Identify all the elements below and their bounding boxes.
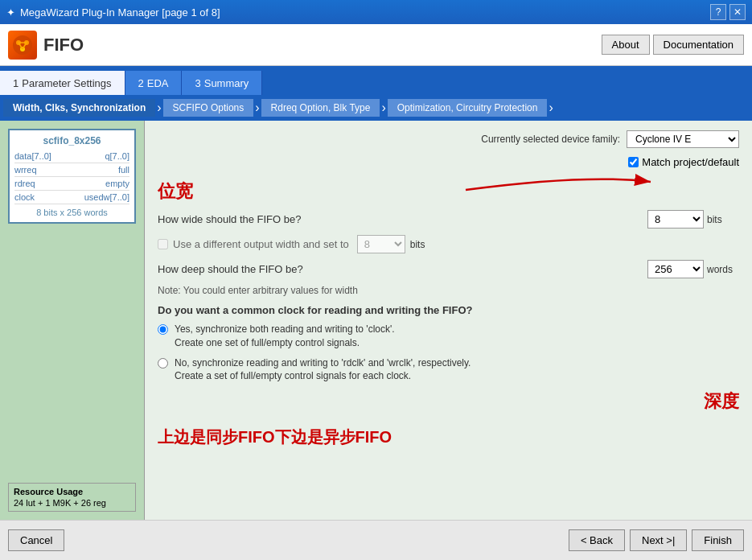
radio-async-line1: No, synchronize reading and writing to '… [175,356,471,370]
svg-point-0 [13,35,32,55]
about-button[interactable]: About [602,35,650,55]
title-bar-left: ✦ MegaWizard Plug-In Manager [page 1 of … [6,6,220,19]
radio-sync-line2: Create one set of full/empty control sig… [175,336,395,350]
schematic-port-data: data[7..0] q[7..0] [14,150,129,163]
header-buttons: About Documentation [602,35,744,55]
schematic-box: scfifo_8x256 data[7..0] q[7..0] wrreq fu… [8,129,136,224]
resource-usage: Resource Usage 24 lut + 1 M9K + 26 reg [8,483,136,512]
depth-controls: 256 512 1024 words [647,260,739,278]
tab-summary-label: Summary [204,77,249,89]
resource-value: 24 lut + 1 M9K + 26 reg [14,498,130,508]
logo-icon [8,31,37,60]
tabs-row: 1 Parameter Settings 2 EDA 3 Summary [0,66,752,95]
port-empty: empty [105,179,129,188]
title-bar-controls: ? ✕ [710,4,746,20]
width-note: Note: You could enter arbitrary values f… [158,285,739,296]
schematic-size: 8 bits x 256 words [14,208,129,217]
width-question: How wide should the FIFO be? [158,213,647,225]
subnav-optim[interactable]: Optimization, Circuitry Protection [388,99,548,117]
output-width-label: Use a different output width and set to [173,238,349,250]
bottom-annotation: 上边是同步FIFO下边是异步FIFO [158,426,739,448]
width-title-cn: 位宽 [158,179,739,204]
port-rdreq: rdreq [14,179,35,188]
schematic-title: scfifo_8x256 [14,135,129,146]
radio-async-line2: Create a set of full/empty control signa… [175,369,471,383]
main-content: scfifo_8x256 data[7..0] q[7..0] wrreq fu… [0,121,752,520]
radio-sync-text: Yes, synchronize both reading and writin… [175,323,395,350]
output-width-select[interactable]: 8 [357,235,405,253]
subnav-scfifo[interactable]: SCFIFO Options [163,99,254,117]
title-bar: ✦ MegaWizard Plug-In Manager [page 1 of … [0,0,752,24]
tab-summary[interactable]: 3 Summary [182,71,262,95]
device-family-select[interactable]: Cyclone IV E [627,130,739,148]
tab-param-num: 1 [13,77,18,89]
help-button[interactable]: ? [710,4,726,20]
width-row: How wide should the FIFO be? 8 16 32 bit… [158,210,739,229]
app-logo: FIFO [8,31,84,60]
resource-title: Resource Usage [14,487,130,496]
depth-question: How deep should the FIFO be? [158,263,647,275]
radio-sync-input[interactable] [158,324,168,335]
app-header: FIFO About Documentation [0,24,752,66]
tab-param[interactable]: 1 Parameter Settings [0,71,125,95]
schematic-port-wrreq: wrreq full [14,163,129,177]
width-select[interactable]: 8 16 32 [647,210,704,229]
cancel-button[interactable]: Cancel [8,529,64,551]
subnav-arrow-4: › [547,101,554,115]
output-width-unit: bits [410,239,442,250]
subnav: Width, Clks, Synchronization › SCFIFO Op… [0,95,752,121]
port-clock: clock [14,192,35,202]
right-panel: Currently selected device family: Cyclon… [145,121,752,520]
tab-eda[interactable]: 2 EDA [125,71,183,95]
tab-eda-num: 2 [138,77,144,89]
finish-button[interactable]: Finish [692,529,744,551]
back-button[interactable]: < Back [569,529,625,551]
depth-title-cn: 深度 [158,389,739,414]
subnav-arrow-1: › [155,101,162,115]
subnav-rdreq[interactable]: Rdreq Option, Blk Type [261,99,380,117]
output-width-row: Use a different output width and set to … [158,235,739,253]
radio-sync: Yes, synchronize both reading and writin… [158,323,739,350]
tab-summary-num: 3 [195,77,200,89]
width-controls: 8 16 32 bits [647,210,739,229]
bottom-bar: Cancel < Back Next >| Finish [0,520,752,560]
next-button[interactable]: Next >| [630,529,687,551]
port-full: full [118,165,129,175]
depth-select[interactable]: 256 512 1024 [647,260,704,278]
output-width-checkbox[interactable] [158,239,168,249]
width-unit: bits [707,214,739,225]
port-wrreq: wrreq [14,165,37,175]
depth-row: How deep should the FIFO be? 256 512 102… [158,260,739,278]
radio-sync-line1: Yes, synchronize both reading and writin… [175,323,395,336]
match-checkbox[interactable] [628,157,639,167]
window-title: MegaWizard Plug-In Manager [page 1 of 8] [20,6,220,19]
left-panel: scfifo_8x256 data[7..0] q[7..0] wrreq fu… [0,121,145,520]
port-usedw: usedw[7..0] [84,192,129,202]
subnav-arrow-3: › [380,101,387,115]
device-family-row: Currently selected device family: Cyclon… [158,130,739,148]
schematic-port-clock: clock usedw[7..0] [14,191,129,204]
port-q-out: q[7..0] [105,151,129,161]
depth-unit: words [707,264,739,275]
tab-eda-label: EDA [147,77,169,89]
subnav-arrow-2: › [253,101,261,115]
device-family-label: Currently selected device family: [481,134,620,145]
tab-param-label: Parameter Settings [22,77,111,89]
schematic-port-rdreq: rdreq empty [14,177,129,191]
app-name: FIFO [43,35,84,56]
radio-async-input[interactable] [158,358,168,369]
clock-question: Do you want a common clock for reading a… [158,304,739,316]
documentation-button[interactable]: Documentation [653,35,744,55]
match-label: Match project/default [642,156,739,168]
close-button[interactable]: ✕ [729,4,746,20]
radio-async-text: No, synchronize reading and writing to '… [175,356,471,384]
radio-async: No, synchronize reading and writing to '… [158,356,739,384]
subnav-width[interactable]: Width, Clks, Synchronization [3,99,155,117]
port-data-in: data[7..0] [14,151,51,161]
match-row: Match project/default [158,156,739,168]
title-icon: ✦ [6,6,15,19]
